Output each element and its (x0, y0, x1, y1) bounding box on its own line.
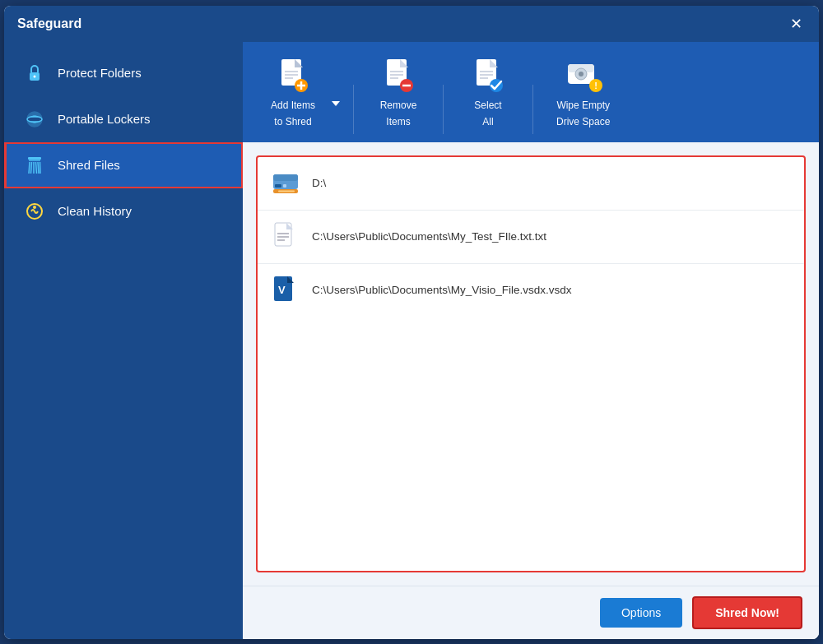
add-doc-icon (274, 57, 312, 95)
add-items-line1: Add Items (271, 100, 315, 111)
shred-icon (23, 154, 46, 177)
file-path-visio: C:\Users\Public\Documents\My_Visio_File.… (312, 284, 572, 296)
lock-icon (23, 62, 46, 85)
select-all-button[interactable]: Select All (455, 50, 521, 134)
file-path-drive: D:\ (312, 177, 326, 189)
svg-marker-24 (332, 101, 340, 106)
svg-line-14 (40, 162, 41, 174)
remove-items-line2: Items (386, 116, 410, 127)
sidebar-protect-folders-label: Protect Folders (58, 66, 142, 80)
toolbar-separator-2 (443, 85, 444, 134)
files-panel: D:\ C:\Users\Public\Documents\My_Test_F (256, 155, 806, 572)
svg-rect-47 (278, 190, 295, 192)
svg-rect-45 (283, 184, 286, 188)
svg-rect-44 (275, 184, 281, 188)
wipe-drive-line2: Drive Space (556, 116, 610, 127)
app-window: Safeguard ✕ Protect Folders (4, 6, 819, 639)
options-button[interactable]: Options (600, 598, 682, 628)
title-bar: Safeguard ✕ (4, 6, 819, 42)
sidebar-item-shred-files[interactable]: Shred Files (4, 142, 243, 188)
content-area: Protect Folders Portable Lockers (4, 42, 819, 639)
select-all-icon (469, 57, 507, 95)
file-row-txt[interactable]: C:\Users\Public\Documents\My_Test_FIle.t… (258, 211, 804, 264)
svg-rect-7 (28, 157, 41, 160)
svg-text:!: ! (594, 81, 597, 90)
sidebar-clean-history-label: Clean History (58, 204, 132, 218)
sidebar-shred-files-label: Shred Files (58, 158, 120, 172)
txt-icon (271, 222, 300, 252)
visio-icon: V (271, 276, 300, 305)
sidebar-portable-lockers-label: Portable Lockers (58, 112, 151, 126)
toolbar: Add Items to Shred (243, 42, 819, 142)
svg-line-10 (31, 162, 32, 174)
app-title: Safeguard (17, 16, 81, 31)
svg-text:V: V (278, 284, 286, 296)
shred-now-button[interactable]: Shred Now! (692, 596, 802, 629)
svg-point-1 (34, 75, 36, 77)
remove-items-line1: Remove (380, 100, 417, 111)
toolbar-separator-1 (353, 85, 354, 134)
svg-line-13 (38, 162, 39, 174)
remove-doc-icon (379, 57, 417, 95)
dropdown-arrow-icon[interactable] (330, 98, 342, 109)
remove-items-button[interactable]: Remove Items (365, 50, 431, 134)
svg-line-9 (29, 162, 30, 174)
main-area: Add Items to Shred (243, 42, 819, 639)
svg-rect-8 (29, 160, 40, 161)
sidebar-item-portable-lockers[interactable]: Portable Lockers (4, 96, 243, 142)
file-row-drive[interactable]: D:\ (258, 157, 804, 211)
svg-line-12 (36, 162, 37, 174)
clean-icon (23, 200, 46, 223)
svg-rect-5 (27, 118, 42, 121)
sidebar-item-clean-history[interactable]: Clean History (4, 188, 243, 234)
file-row-visio[interactable]: V C:\Users\Public\Documents\My_Visio_Fil… (258, 264, 804, 317)
svg-point-16 (33, 206, 36, 209)
select-all-line1: Select (474, 100, 501, 111)
toolbar-separator-3 (532, 85, 533, 134)
file-path-txt: C:\Users\Public\Documents\My_Test_FIle.t… (312, 230, 546, 243)
wipe-drive-button[interactable]: ! Wipe Empty Drive Space (545, 50, 621, 134)
add-items-button[interactable]: Add Items to Shred (259, 50, 327, 134)
svg-point-39 (579, 72, 584, 76)
select-all-line2: All (482, 116, 493, 127)
close-button[interactable]: ✕ (786, 14, 806, 34)
sidebar: Protect Folders Portable Lockers (4, 42, 243, 639)
wipe-icon: ! (565, 57, 602, 95)
disk-icon (23, 108, 46, 131)
footer: Options Shred Now! (243, 586, 819, 639)
svg-rect-43 (273, 174, 298, 181)
wipe-drive-line1: Wipe Empty (556, 100, 610, 111)
sidebar-item-protect-folders[interactable]: Protect Folders (4, 50, 243, 96)
drive-icon (271, 169, 300, 198)
add-items-line2: to Shred (274, 116, 311, 127)
